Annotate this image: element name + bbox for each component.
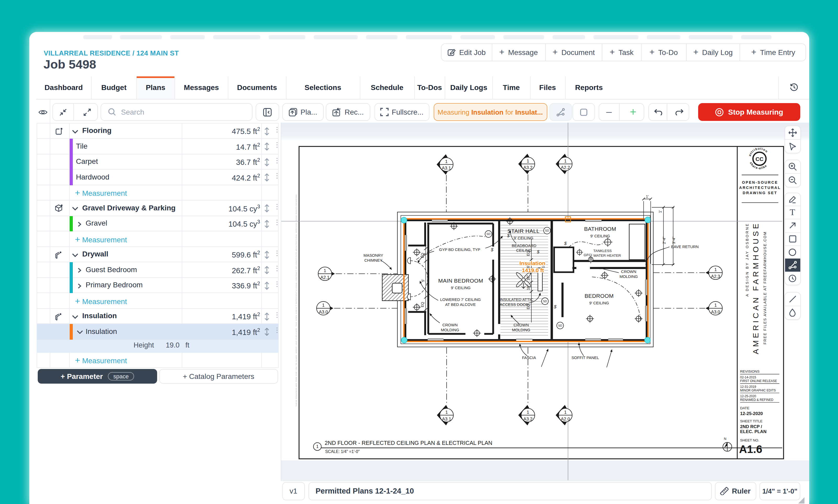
svg-text:BEDROOM: BEDROOM <box>584 292 614 299</box>
svg-text:MOLDING: MOLDING <box>619 274 638 278</box>
svg-text:A3.2: A3.2 <box>523 416 533 421</box>
svg-text:5': 5' <box>421 279 425 282</box>
svg-text:$: $ <box>490 247 493 252</box>
svg-text:1: 1 <box>527 410 529 414</box>
svg-text:2ND RCP /: 2ND RCP / <box>740 424 762 429</box>
svg-text:1: 1 <box>316 444 318 449</box>
svg-text:MASONRY: MASONRY <box>364 253 383 257</box>
svg-text:OPEN-SOURCE: OPEN-SOURCE <box>742 180 778 184</box>
svg-text:A2.0: A2.0 <box>561 416 570 421</box>
svg-text:CHIMNEY: CHIMNEY <box>364 258 382 262</box>
svg-text:9' CEILING: 9' CEILING <box>451 285 471 290</box>
svg-text:THESE DRAWINGS ARE FREE FOR YO: THESE DRAWINGS ARE FREE FOR YOU TO SHARE… <box>295 194 297 407</box>
svg-text:SD: SD <box>545 229 549 232</box>
svg-text:16": 16" <box>526 275 530 281</box>
svg-text:2ND FLOOR - REFLECTED CEILING: 2ND FLOOR - REFLECTED CEILING PLAN & ELE… <box>325 439 492 446</box>
svg-text:MOLDING: MOLDING <box>441 327 459 332</box>
svg-text:FASCIA: FASCIA <box>522 355 536 360</box>
svg-text:1419.0 ft: 1419.0 ft <box>522 267 544 273</box>
svg-text:ELEC. PLAN: ELEC. PLAN <box>740 429 767 434</box>
svg-text:CROWN: CROWN <box>513 322 529 327</box>
svg-text:EQ: EQ <box>420 302 424 307</box>
svg-text:RENAMED & REFINED: RENAMED & REFINED <box>740 398 773 401</box>
svg-text:1: 1 <box>564 410 566 414</box>
svg-text:AMERICAN FARMHOUSE: AMERICAN FARMHOUSE <box>751 221 760 354</box>
svg-text:1: 1 <box>564 158 566 163</box>
svg-text:Insulation: Insulation <box>520 260 545 266</box>
svg-text:ACCESS DOOR: ACCESS DOOR <box>500 302 529 306</box>
svg-text:CROWN: CROWN <box>442 322 457 327</box>
svg-text:1: 1 <box>445 159 448 164</box>
svg-text:DATE: DATE <box>740 406 749 410</box>
svg-text:DRAWING SET: DRAWING SET <box>743 191 777 195</box>
svg-text:1': 1' <box>658 210 662 213</box>
svg-text:A3.1: A3.1 <box>442 416 451 421</box>
svg-text:12-25-2020: 12-25-2020 <box>740 394 756 398</box>
svg-text:BATHROOM: BATHROOM <box>584 226 616 232</box>
svg-text:1: 1 <box>714 267 717 272</box>
svg-text:REVISIONS: REVISIONS <box>740 369 760 373</box>
svg-text:12-25-2020: 12-25-2020 <box>740 411 763 416</box>
svg-text:MAIN BEDROOM: MAIN BEDROOM <box>438 277 483 283</box>
svg-text:SOFFIT PANEL: SOFFIT PANEL <box>572 355 599 360</box>
svg-text:N: N <box>724 436 726 440</box>
svg-text:FIRST ONLINE RELEASE: FIRST ONLINE RELEASE <box>740 379 777 382</box>
svg-text:MOLDING: MOLDING <box>512 327 530 332</box>
svg-text:A2.2: A2.2 <box>561 165 570 170</box>
svg-text:02-14-2015: 02-14-2015 <box>740 375 756 379</box>
svg-text:1': 1' <box>646 194 648 198</box>
svg-text:SHEET NO.: SHEET NO. <box>740 438 759 442</box>
svg-text:ARCHITECTURAL: ARCHITECTURAL <box>739 185 781 190</box>
svg-text:12-31-2019: 12-31-2019 <box>740 385 756 388</box>
svg-text:AT BED ALCOVE: AT BED ALCOVE <box>445 302 476 306</box>
svg-text:BEADBOARD: BEADBOARD <box>512 243 536 248</box>
svg-text:GFCI: GFCI <box>584 253 592 257</box>
svg-text:1: 1 <box>714 303 717 307</box>
svg-text:A2.3: A2.3 <box>711 274 720 279</box>
svg-text:1: 1 <box>446 410 448 414</box>
svg-text:1: 1 <box>324 268 326 273</box>
svg-text:FREE FILES AVAILABLE AT FREEFA: FREE FILES AVAILABLE AT FREEFARMHOUSE.CO… <box>763 231 767 344</box>
svg-text:9' CEILING: 9' CEILING <box>590 233 610 238</box>
svg-text:1: 1 <box>527 158 529 163</box>
svg-text:$: $ <box>554 304 557 309</box>
svg-text:SD: SD <box>487 232 490 235</box>
svg-text:INSULATED ATTIC: INSULATED ATTIC <box>500 297 534 302</box>
svg-text:A3.0: A3.0 <box>319 309 328 314</box>
svg-text:$: $ <box>537 249 539 254</box>
svg-text:A3.2: A3.2 <box>523 165 533 170</box>
svg-text:SCALE: 1/4" =1'-0": SCALE: 1/4" =1'-0" <box>325 449 360 453</box>
svg-text:WATER HEATER: WATER HEATER <box>593 253 621 257</box>
svg-text:CC: CC <box>755 156 763 162</box>
svg-text:SD: SD <box>543 299 547 303</box>
svg-text:A3.1: A3.1 <box>442 165 451 170</box>
svg-text:LOWERED 7' CEILING: LOWERED 7' CEILING <box>440 297 481 302</box>
svg-text:A DESIGN BY JAY OSBORNE: A DESIGN BY JAY OSBORNE <box>745 222 749 296</box>
svg-text:$: $ <box>564 241 567 246</box>
svg-text:TANKLESS: TANKLESS <box>593 249 612 253</box>
svg-text:1: 1 <box>322 303 325 307</box>
svg-text:9' CEILING: 9' CEILING <box>513 235 533 240</box>
svg-text:A2.1: A2.1 <box>320 275 329 280</box>
svg-text:CROWN: CROWN <box>621 269 636 273</box>
svg-text:GYP BD CEILING, TYP: GYP BD CEILING, TYP <box>439 247 481 251</box>
svg-text:A3.0: A3.0 <box>711 309 720 314</box>
svg-text:2'-4": 2'-4" <box>662 236 666 244</box>
svg-text:SHEET TITLE: SHEET TITLE <box>740 419 763 423</box>
svg-text:3'-4": 3'-4" <box>672 236 676 244</box>
svg-text:SD: SD <box>558 324 562 327</box>
svg-text:9' CEILING: 9' CEILING <box>589 301 609 305</box>
svg-text:A1.6: A1.6 <box>739 443 762 455</box>
svg-text:EQ: EQ <box>420 253 424 258</box>
svg-text:16": 16" <box>526 285 530 290</box>
svg-text:EAVE RETURN: EAVE RETURN <box>671 244 699 249</box>
svg-text:STAIR HALL: STAIR HALL <box>507 228 539 234</box>
svg-text:CEILING: CEILING <box>516 248 532 252</box>
svg-text:MINOR GRAPHIC EDITS: MINOR GRAPHIC EDITS <box>740 388 776 392</box>
